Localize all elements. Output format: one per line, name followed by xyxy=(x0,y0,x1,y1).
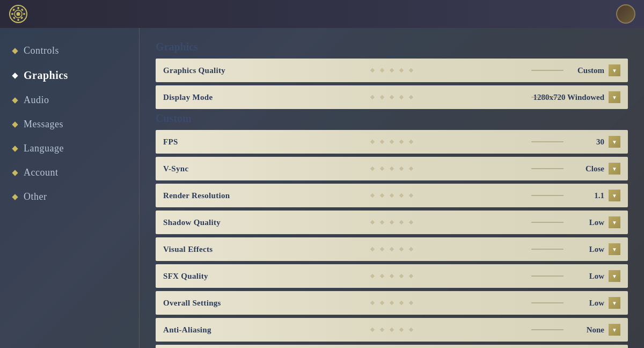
dropdown-arrow-icon[interactable]: ▼ xyxy=(609,270,620,282)
row-decoration xyxy=(371,140,413,143)
setting-label: Display Mode xyxy=(163,93,533,102)
setting-value: Close xyxy=(586,164,604,173)
setting-value: Low xyxy=(589,272,604,281)
setting-value-wrap: Close▼ xyxy=(535,163,620,175)
row-decoration xyxy=(371,248,413,251)
setting-value: 1280x720 Windowed xyxy=(533,93,604,102)
setting-value: None xyxy=(587,325,604,335)
setting-label: Visual Effects xyxy=(163,245,535,254)
setting-label: Render Resolution xyxy=(163,191,535,200)
setting-row: SFX QualityLow▼ xyxy=(156,264,628,288)
close-button[interactable] xyxy=(616,4,635,24)
row-decoration xyxy=(371,221,413,224)
setting-value-wrap: None▼ xyxy=(535,324,620,336)
setting-value: Low xyxy=(589,299,604,308)
diamond-icon xyxy=(12,194,18,200)
setting-row: Motion BlurClose▼ xyxy=(156,345,628,348)
diamond-icon xyxy=(12,73,18,78)
sidebar-item-language[interactable]: Language xyxy=(0,136,139,161)
sidebar-label-language: Language xyxy=(24,143,64,154)
dropdown-arrow-icon[interactable]: ▼ xyxy=(609,64,620,76)
setting-value-wrap: 1.1▼ xyxy=(535,190,620,201)
diamond-icon xyxy=(12,97,18,103)
svg-rect-3 xyxy=(18,19,19,21)
setting-label: Shadow Quality xyxy=(163,218,535,227)
setting-label: SFX Quality xyxy=(163,272,535,281)
dropdown-arrow-icon[interactable]: ▼ xyxy=(609,243,620,255)
setting-value-wrap: Low▼ xyxy=(535,297,620,309)
titlebar xyxy=(0,0,644,28)
setting-row: Visual EffectsLow▼ xyxy=(156,237,628,261)
sidebar-item-graphics[interactable]: Graphics xyxy=(0,63,139,88)
dropdown-arrow-icon[interactable]: ▼ xyxy=(609,190,620,201)
setting-label: Anti-Aliasing xyxy=(163,325,535,335)
section-title-0: Graphics xyxy=(156,41,628,53)
setting-value-wrap: Custom▼ xyxy=(535,64,620,76)
setting-row: Display Mode1280x720 Windowed▼ xyxy=(156,85,628,109)
sidebar-label-graphics: Graphics xyxy=(24,69,68,82)
setting-label: V-Sync xyxy=(163,164,535,173)
setting-value-wrap: Low▼ xyxy=(535,270,620,282)
sidebar-item-other[interactable]: Other xyxy=(0,185,139,209)
svg-rect-2 xyxy=(18,7,19,9)
setting-row: Graphics QualityCustom▼ xyxy=(156,59,628,82)
gear-icon xyxy=(9,4,28,24)
dropdown-arrow-icon[interactable]: ▼ xyxy=(609,136,620,148)
setting-label: Graphics Quality xyxy=(163,66,535,75)
setting-row: Shadow QualityLow▼ xyxy=(156,211,628,234)
sidebar-item-audio[interactable]: Audio xyxy=(0,88,139,112)
section-title-1: Custom xyxy=(156,112,628,125)
setting-value-wrap: 1280x720 Windowed▼ xyxy=(533,91,620,103)
sidebar-item-messages[interactable]: Messages xyxy=(0,112,139,136)
row-decoration xyxy=(371,194,413,197)
setting-row: Overall SettingsLow▼ xyxy=(156,291,628,315)
row-decoration xyxy=(371,301,413,305)
dropdown-arrow-icon[interactable]: ▼ xyxy=(609,163,620,175)
setting-row: Render Resolution1.1▼ xyxy=(156,184,628,207)
setting-value: Custom xyxy=(577,66,604,75)
diamond-icon xyxy=(12,121,18,127)
sidebar-label-account: Account xyxy=(24,167,58,178)
diamond-icon xyxy=(12,170,18,176)
dropdown-arrow-icon[interactable]: ▼ xyxy=(609,216,620,228)
row-decoration xyxy=(371,69,413,72)
main-panel: GraphicsGraphics QualityCustom▼Display M… xyxy=(140,28,644,348)
setting-value-wrap: Low▼ xyxy=(535,216,620,228)
setting-label: FPS xyxy=(163,137,535,147)
setting-row: Anti-AliasingNone▼ xyxy=(156,318,628,342)
setting-row: V-SyncClose▼ xyxy=(156,157,628,180)
dropdown-arrow-icon[interactable]: ▼ xyxy=(609,297,620,309)
setting-label: Overall Settings xyxy=(163,299,535,308)
svg-rect-4 xyxy=(11,13,13,15)
row-decoration xyxy=(371,167,413,170)
sidebar-item-account[interactable]: Account xyxy=(0,161,139,185)
sidebar-label-controls: Controls xyxy=(24,45,59,56)
setting-value-wrap: 30▼ xyxy=(535,136,620,148)
row-decoration xyxy=(371,96,413,99)
dropdown-arrow-icon[interactable]: ▼ xyxy=(609,324,620,336)
row-decoration xyxy=(371,274,413,278)
setting-value: Low xyxy=(589,218,604,227)
sidebar-item-controls[interactable]: Controls xyxy=(0,39,139,63)
svg-point-1 xyxy=(17,12,20,16)
setting-value: 30 xyxy=(596,137,604,147)
setting-value-wrap: Low▼ xyxy=(535,243,620,255)
diamond-icon xyxy=(12,146,18,151)
svg-rect-5 xyxy=(23,13,25,15)
sidebar: ControlsGraphicsAudioMessagesLanguageAcc… xyxy=(0,28,140,348)
dropdown-arrow-icon[interactable]: ▼ xyxy=(609,91,620,103)
modal-content: ControlsGraphicsAudioMessagesLanguageAcc… xyxy=(0,28,644,348)
sidebar-label-other: Other xyxy=(24,191,47,202)
sidebar-label-messages: Messages xyxy=(24,119,63,130)
setting-value: 1.1 xyxy=(594,191,604,200)
setting-row: FPS30▼ xyxy=(156,130,628,154)
sidebar-label-audio: Audio xyxy=(24,95,49,106)
row-decoration xyxy=(371,328,413,331)
setting-value: Low xyxy=(589,245,604,254)
diamond-icon xyxy=(12,48,18,54)
settings-modal: ControlsGraphicsAudioMessagesLanguageAcc… xyxy=(0,0,644,348)
